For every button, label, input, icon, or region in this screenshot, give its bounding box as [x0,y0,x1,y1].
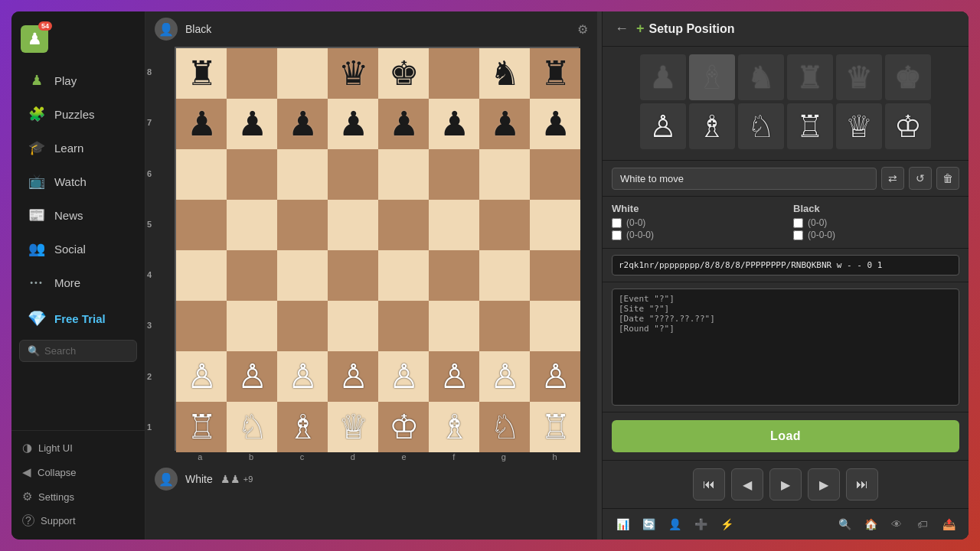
board-square[interactable] [530,149,580,200]
toolbar-tag-button[interactable]: 🏷 [912,514,933,535]
board-square[interactable]: ♟ [227,99,277,149]
board-square[interactable]: ♛ [328,48,378,99]
board-square[interactable] [530,301,580,351]
board-square[interactable]: ♔ [378,402,429,452]
board-square[interactable] [378,200,429,250]
pgn-textarea[interactable]: [Event "?"] [Site "?"] [Date "????.??.??… [612,289,959,406]
palette-black-knight[interactable]: ♞ [738,54,784,100]
board-square[interactable] [328,149,378,200]
board-square[interactable]: ♚ [378,48,429,99]
palette-black-king[interactable]: ♚ [885,54,931,100]
board-square[interactable]: ♙ [176,351,227,402]
board-square[interactable] [277,200,328,250]
sidebar-bottom-light-ui[interactable]: ◑ Light UI [11,435,145,460]
toolbar-share-button[interactable]: 📤 [938,514,959,535]
board-square[interactable] [479,149,530,200]
chess-board[interactable]: ♜♛♚♞♜♟♟♟♟♟♟♟♟♙♙♙♙♙♙♙♙♖♘♗♕♔♗♘♖ [175,47,579,451]
board-square[interactable]: ♟ [429,99,479,149]
board-square[interactable]: ♕ [328,402,378,452]
sidebar-item-social[interactable]: 👥 Social [16,233,140,265]
black-queenside-checkbox[interactable] [793,230,803,240]
board-square[interactable]: ♙ [530,351,580,402]
toolbar-add-button[interactable]: ➕ [690,514,711,535]
board-square[interactable] [176,149,227,200]
board-square[interactable]: ♟ [479,99,530,149]
palette-black-bishop[interactable]: ♝ [689,54,735,100]
board-square[interactable] [530,200,580,250]
board-square[interactable]: ♙ [429,351,479,402]
board-square[interactable]: ♖ [530,402,580,452]
palette-white-bishop[interactable]: ♗ [689,103,735,149]
load-button[interactable]: Load [612,420,959,452]
palette-black-rook[interactable]: ♜ [787,54,833,100]
sidebar-item-free-trial[interactable]: 💎 Free Trial [16,302,140,334]
board-square[interactable]: ♜ [530,48,580,99]
board-square[interactable]: ♘ [227,402,277,452]
toolbar-eye-button[interactable]: 👁 [886,514,907,535]
board-square[interactable]: ♙ [479,351,530,402]
play-pause-button[interactable]: ▶ [769,468,802,500]
board-settings-icon[interactable]: ⚙ [577,22,588,37]
toolbar-flip-button[interactable]: 🔄 [638,514,659,535]
turn-select[interactable]: White to move Black to move [612,168,877,190]
palette-white-knight[interactable]: ♘ [738,103,784,149]
board-square[interactable] [530,250,580,301]
board-square[interactable] [429,250,479,301]
board-square[interactable]: ♙ [277,351,328,402]
prev-move-button[interactable]: ◀ [731,468,763,500]
board-square[interactable] [328,200,378,250]
board-square[interactable]: ♘ [479,402,530,452]
sidebar-item-play[interactable]: ♟ Play [16,64,140,96]
board-square[interactable]: ♟ [530,99,580,149]
board-square[interactable]: ♟ [277,99,328,149]
reset-button[interactable]: ↺ [909,167,932,190]
board-square[interactable] [277,48,328,99]
board-square[interactable] [227,48,277,99]
last-move-button[interactable]: ⏭ [846,468,878,500]
board-square[interactable] [479,301,530,351]
toolbar-chart-button[interactable]: 📊 [612,514,633,535]
toolbar-bolt-button[interactable]: ⚡ [716,514,737,535]
board-square[interactable]: ♟ [328,99,378,149]
board-square[interactable] [378,250,429,301]
board-square[interactable] [176,200,227,250]
sidebar-bottom-collapse[interactable]: ◀ Collapse [11,460,145,484]
toolbar-home-button[interactable]: 🏠 [860,514,881,535]
fen-input[interactable] [612,255,959,276]
board-square[interactable]: ♟ [378,99,429,149]
board-square[interactable] [479,250,530,301]
board-square[interactable] [429,149,479,200]
sidebar-item-more[interactable]: ••• More [16,266,140,298]
palette-white-pawn[interactable]: ♙ [640,103,686,149]
black-kingside-checkbox[interactable] [793,218,803,228]
clear-board-button[interactable]: 🗑 [936,167,959,190]
board-square[interactable]: ♗ [277,402,328,452]
board-square[interactable] [277,250,328,301]
board-square[interactable] [479,200,530,250]
palette-black-pawn[interactable]: ♟ [640,54,686,100]
sidebar-item-watch[interactable]: 📺 Watch [16,165,140,197]
board-square[interactable] [227,200,277,250]
board-square[interactable] [227,250,277,301]
toolbar-user-button[interactable]: 👤 [664,514,685,535]
toolbar-zoom-button[interactable]: 🔍 [834,514,855,535]
board-square[interactable]: ♗ [429,402,479,452]
board-square[interactable] [328,250,378,301]
board-square[interactable] [176,301,227,351]
sidebar-bottom-settings[interactable]: ⚙ Settings [11,484,145,509]
sidebar-item-learn[interactable]: 🎓 Learn [16,132,140,164]
board-square[interactable] [429,301,479,351]
palette-black-queen[interactable]: ♛ [836,54,882,100]
board-square[interactable]: ♜ [176,48,227,99]
board-square[interactable]: ♞ [479,48,530,99]
board-square[interactable]: ♙ [378,351,429,402]
sidebar-bottom-support[interactable]: ? Support [11,509,145,532]
board-square[interactable]: ♙ [227,351,277,402]
board-square[interactable] [429,200,479,250]
white-queenside-checkbox[interactable] [612,230,622,240]
board-square[interactable] [378,149,429,200]
board-square[interactable] [429,48,479,99]
board-square[interactable]: ♙ [328,351,378,402]
sidebar-item-news[interactable]: 📰 News [16,199,140,231]
white-kingside-checkbox[interactable] [612,218,622,228]
